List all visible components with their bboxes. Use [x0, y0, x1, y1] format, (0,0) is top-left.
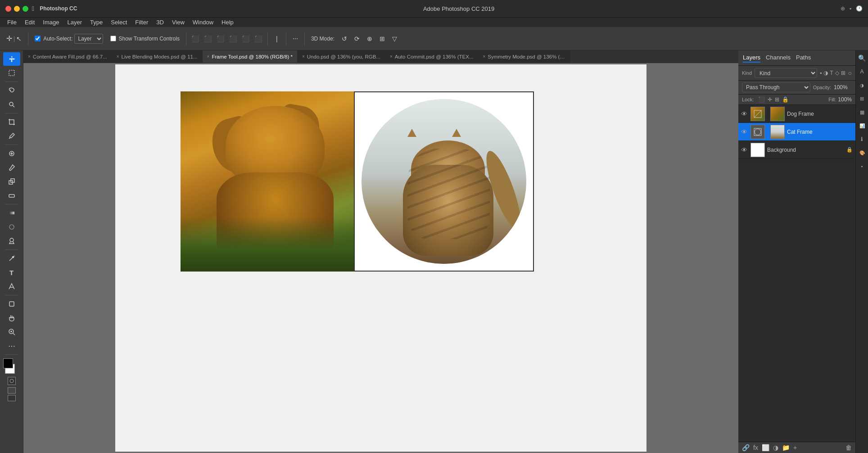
filter-toggle[interactable]: ○: [848, 69, 852, 77]
swatches-icon[interactable]: ▪: [857, 161, 867, 171]
adjustments-icon[interactable]: ◑: [857, 80, 867, 90]
pan-3d-btn[interactable]: ⊕: [364, 33, 375, 44]
path-select-tool[interactable]: [3, 280, 20, 293]
dog-frame-visibility-icon[interactable]: 👁: [741, 110, 748, 118]
cat-frame-visibility-icon[interactable]: 👁: [741, 128, 748, 136]
properties-icon[interactable]: A: [857, 67, 867, 77]
align-center-h-btn[interactable]: ⬛: [203, 33, 213, 44]
tab-undo[interactable]: × Undo.psd @ 136% (you, RGB...: [298, 50, 385, 63]
move-tool[interactable]: [3, 52, 20, 66]
filter-shape-icon[interactable]: ◇: [835, 70, 839, 76]
distribute-btn[interactable]: |: [271, 33, 282, 44]
menu-layer[interactable]: Layer: [64, 18, 86, 27]
tab-auto-commit[interactable]: × Auto Commit.psd @ 136% (TEX...: [385, 50, 479, 63]
filter-kind-dropdown[interactable]: Kind Name Effect: [755, 68, 817, 78]
show-transform-controls-group[interactable]: Show Transform Controls: [108, 34, 182, 44]
menu-type[interactable]: Type: [86, 18, 106, 27]
marquee-tool[interactable]: [3, 66, 20, 80]
dodge-tool[interactable]: [3, 234, 20, 248]
shape-tool[interactable]: [3, 297, 20, 311]
more-options-btn[interactable]: ⋯: [290, 34, 301, 44]
menu-edit[interactable]: Edit: [21, 18, 38, 27]
opacity-value[interactable]: 100%: [834, 84, 852, 91]
extra-tool[interactable]: ⋯: [3, 339, 20, 353]
tab-live-blending[interactable]: × Live Blending Modes.psd @ 11...: [112, 50, 203, 63]
info-icon[interactable]: ℹ: [857, 134, 867, 144]
lasso-tool[interactable]: [3, 84, 20, 97]
layer-item-background[interactable]: 👁 Background 🔒: [738, 141, 855, 159]
align-center-v-btn[interactable]: ⬛: [240, 33, 251, 44]
layer-fx-btn[interactable]: fx: [753, 444, 758, 451]
tab-close-1[interactable]: ×: [28, 54, 31, 59]
blur-tool[interactable]: [3, 220, 20, 234]
slide-3d-btn[interactable]: ⊞: [377, 33, 388, 44]
tab-symmetry-mode[interactable]: × Symmetry Mode.psd @ 136% (…: [478, 50, 570, 63]
gradient-tool[interactable]: [3, 206, 20, 220]
minimize-button[interactable]: [14, 6, 20, 12]
maximize-button[interactable]: [23, 6, 28, 12]
lock-artboard-icon[interactable]: ⊞: [775, 96, 779, 103]
layers-tab[interactable]: Layers: [743, 53, 760, 63]
glyphs-icon[interactable]: ⊞: [857, 94, 867, 104]
show-transform-checkbox[interactable]: [110, 36, 116, 41]
histogram-icon[interactable]: 📊: [857, 121, 867, 131]
align-right-btn[interactable]: ⬛: [215, 33, 226, 44]
menu-image[interactable]: Image: [39, 18, 63, 27]
align-left-btn[interactable]: ⬛: [190, 33, 201, 44]
tab-close-4[interactable]: ×: [302, 54, 305, 59]
menu-help[interactable]: Help: [218, 18, 237, 27]
tab-close-5[interactable]: ×: [390, 54, 393, 59]
auto-select-dropdown[interactable]: Layer Group: [74, 34, 103, 44]
search-panel-icon[interactable]: 🔍: [857, 53, 867, 63]
lock-position-icon[interactable]: ✛: [768, 96, 772, 103]
hand-tool[interactable]: [3, 311, 20, 325]
crop-tool[interactable]: [3, 115, 20, 129]
layer-link-btn[interactable]: 🔗: [742, 444, 750, 451]
screen-mode-btn[interactable]: [8, 387, 16, 394]
cat-frame-layer[interactable]: [354, 91, 534, 272]
eraser-tool[interactable]: [3, 189, 20, 202]
close-button[interactable]: [5, 6, 11, 12]
dog-frame-layer[interactable]: [181, 91, 361, 272]
brush-tool[interactable]: [3, 161, 20, 174]
tab-content-aware-fill[interactable]: × Content Aware Fill.psd @ 66.7...: [23, 50, 112, 63]
layer-delete-btn[interactable]: 🗑: [845, 444, 852, 451]
blend-mode-dropdown[interactable]: Pass Through Normal Multiply Screen: [742, 82, 810, 92]
scale-3d-btn[interactable]: ▽: [389, 33, 400, 44]
layer-new-btn[interactable]: +: [793, 444, 797, 451]
filter-type-icon[interactable]: T: [830, 70, 833, 76]
quick-select-tool[interactable]: [3, 98, 20, 111]
clone-tool[interactable]: [3, 175, 20, 188]
lock-pixel-icon[interactable]: ⬛: [758, 96, 765, 103]
bg-visibility-icon[interactable]: 👁: [741, 146, 748, 154]
menu-window[interactable]: Window: [189, 18, 217, 27]
filter-smart-icon[interactable]: ⊞: [841, 70, 845, 76]
tab-close-2[interactable]: ×: [117, 54, 119, 59]
menu-3d[interactable]: 3D: [153, 18, 167, 27]
quick-mask-icon[interactable]: [8, 377, 16, 385]
pen-tool[interactable]: [3, 252, 20, 265]
menu-file[interactable]: File: [4, 18, 20, 27]
paths-tab[interactable]: Paths: [796, 53, 811, 63]
align-bottom-btn[interactable]: ⬛: [253, 33, 264, 44]
filter-adjust-icon[interactable]: ◑: [823, 70, 828, 76]
artboard-btn[interactable]: [8, 395, 16, 401]
zoom-tool[interactable]: [3, 325, 20, 339]
canvas-wrapper[interactable]: [23, 63, 738, 453]
menu-filter[interactable]: Filter: [131, 18, 152, 27]
rotate-3d-btn[interactable]: ↺: [339, 33, 350, 44]
auto-select-checkbox[interactable]: [35, 36, 41, 41]
layer-mask-btn[interactable]: ⬜: [762, 444, 769, 451]
menu-select[interactable]: Select: [107, 18, 131, 27]
layer-adjust-btn[interactable]: ◑: [773, 444, 778, 451]
channels-tab[interactable]: Channels: [766, 53, 791, 63]
roll-3d-btn[interactable]: ⟳: [352, 33, 362, 44]
color-swatches[interactable]: [3, 358, 20, 374]
tab-close-3[interactable]: ×: [207, 54, 210, 59]
tab-frame-tool[interactable]: × Frame Tool.psd @ 180% (RGB/8) *: [203, 50, 298, 63]
auto-select-checkbox-group[interactable]: Auto-Select: Layer Group: [32, 32, 105, 45]
layer-item-dog-frame[interactable]: 👁 Dog Frame: [738, 105, 855, 123]
layer-group-btn[interactable]: 📁: [782, 444, 790, 451]
tab-close-6[interactable]: ×: [483, 54, 485, 59]
type-tool[interactable]: T: [3, 266, 20, 279]
